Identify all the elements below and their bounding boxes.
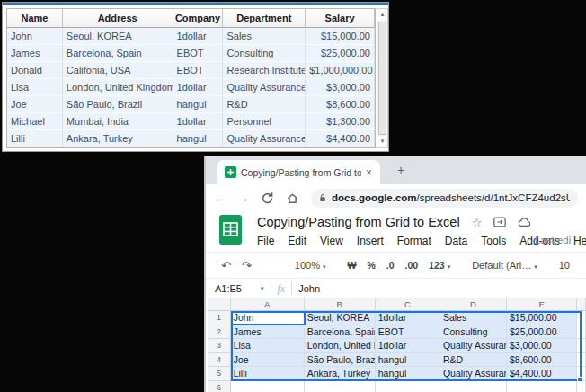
- cell-d5[interactable]: Quality Assurance: [440, 367, 507, 381]
- col-header-d[interactable]: D: [440, 298, 507, 311]
- cell[interactable]: James: [7, 45, 63, 62]
- scrollbar-thumb[interactable]: [378, 22, 386, 135]
- col-header-b[interactable]: B: [305, 298, 376, 311]
- cell[interactable]: Barcelona, Spain: [63, 45, 173, 62]
- cell-a1[interactable]: John: [231, 311, 305, 325]
- cell[interactable]: 1dollar: [173, 28, 224, 45]
- cell[interactable]: Quality Assurance: [223, 79, 306, 96]
- menu-edit[interactable]: Edit: [288, 235, 306, 247]
- cell-a5[interactable]: Lilli: [231, 367, 305, 381]
- cell-e5[interactable]: $4,400.00: [507, 367, 577, 381]
- cell-b2[interactable]: Barcelona, Spain: [305, 325, 376, 340]
- column-header-address[interactable]: Address: [63, 9, 173, 28]
- cell[interactable]: Mumbai, India: [63, 113, 173, 130]
- cell[interactable]: Sales: [223, 147, 306, 148]
- cell-d3[interactable]: Quality Assurance: [440, 339, 507, 353]
- cell-d2[interactable]: Consulting: [440, 325, 507, 340]
- cell[interactable]: Sydney, NSW, Australia: [63, 147, 173, 148]
- menu-data[interactable]: Data: [445, 235, 467, 247]
- cell[interactable]: Joe: [7, 96, 63, 113]
- row-header-6[interactable]: 6: [208, 381, 231, 392]
- cell-b6[interactable]: [305, 381, 376, 392]
- cell[interactable]: Personnel: [223, 113, 306, 130]
- cell[interactable]: $4,400.00: [306, 130, 375, 147]
- cell-e6[interactable]: [507, 381, 577, 392]
- cell[interactable]: $20,000.00: [306, 147, 375, 148]
- cell-a4[interactable]: Joe: [231, 353, 305, 368]
- cell[interactable]: $8,600.00: [306, 96, 375, 113]
- cell-c2[interactable]: EBOT: [376, 325, 440, 340]
- redo-icon[interactable]: ↷: [242, 259, 252, 272]
- grid-corner[interactable]: [208, 298, 231, 311]
- cell[interactable]: Ankara, Turkey: [63, 130, 173, 147]
- cell[interactable]: R&D: [223, 96, 306, 113]
- col-header-c[interactable]: C: [376, 298, 440, 311]
- cell[interactable]: John: [7, 28, 63, 45]
- font-size-select[interactable]: 10: [559, 260, 570, 271]
- row-header-2[interactable]: 2: [208, 325, 231, 340]
- name-box[interactable]: A1:E5: [206, 283, 258, 294]
- cell[interactable]: $1,300.00: [306, 113, 375, 130]
- cell[interactable]: EBOT: [173, 62, 224, 79]
- forward-icon[interactable]: →: [237, 192, 249, 205]
- format-percent-button[interactable]: %: [367, 260, 375, 271]
- cell-b3[interactable]: London, United Kingdom: [305, 339, 376, 353]
- cell[interactable]: Seoul, KOREA: [63, 28, 173, 45]
- decrease-decimals-button[interactable]: .0: [386, 260, 395, 271]
- cell-e3[interactable]: $3,000.00: [507, 339, 577, 353]
- cell[interactable]: Michael: [7, 113, 63, 130]
- row-header-4[interactable]: 4: [208, 353, 231, 368]
- row-header-1[interactable]: 1: [208, 311, 231, 325]
- column-header-company[interactable]: Company: [173, 9, 224, 28]
- cell[interactable]: EBOT: [173, 45, 224, 62]
- row-header-3[interactable]: 3: [208, 339, 231, 353]
- cell[interactable]: $15,000.00: [306, 28, 375, 45]
- cell[interactable]: London, United Kingdom: [63, 79, 173, 96]
- cell-d6[interactable]: [440, 381, 507, 392]
- cell[interactable]: $25,000.00: [306, 45, 375, 62]
- zoom-select[interactable]: 100%▾: [295, 260, 326, 271]
- vertical-scrollbar[interactable]: ▲ ▼: [377, 8, 388, 148]
- cell-b4[interactable]: São Paulo, Brazil: [305, 353, 376, 368]
- cell-e1[interactable]: $15,000.00: [507, 311, 577, 325]
- cell[interactable]: 1dollar: [173, 113, 224, 130]
- cell[interactable]: Lisa: [7, 79, 63, 96]
- cell-d1[interactable]: Sales: [440, 311, 507, 325]
- cell[interactable]: Lilli: [7, 130, 63, 147]
- cell-a2[interactable]: James: [231, 325, 305, 340]
- cell-c4[interactable]: hangul: [376, 353, 440, 368]
- cell-c5[interactable]: hangul: [376, 367, 440, 381]
- cell[interactable]: Donald: [7, 62, 63, 79]
- scroll-up-icon[interactable]: ▲: [377, 9, 387, 21]
- move-to-folder-icon[interactable]: [493, 217, 506, 227]
- cell[interactable]: $3,000.00: [306, 79, 375, 96]
- formula-input[interactable]: John: [298, 283, 320, 294]
- cell[interactable]: Sales: [223, 28, 306, 45]
- cell[interactable]: São Paulo, Brazil: [63, 96, 173, 113]
- cell[interactable]: 1dollar: [173, 79, 224, 96]
- row-header-5[interactable]: 5: [208, 367, 231, 381]
- menu-file[interactable]: File: [257, 235, 274, 247]
- cell-d4[interactable]: R&D: [440, 353, 507, 368]
- cell[interactable]: hangul: [173, 96, 224, 113]
- browser-tab[interactable]: Copying/Pasting from Grid to E ×: [217, 160, 380, 184]
- cell-e2[interactable]: $25,000.00: [507, 325, 577, 340]
- document-title[interactable]: Copying/Pasting from Grid to Excel: [257, 215, 460, 229]
- cloud-status-icon[interactable]: [518, 217, 532, 227]
- fill-handle[interactable]: [577, 377, 582, 382]
- menu-insert[interactable]: Insert: [357, 235, 384, 247]
- font-select[interactable]: Default (Ari…▾: [472, 260, 537, 271]
- menu-tools[interactable]: Tools: [481, 235, 506, 247]
- scroll-down-icon[interactable]: ▼: [377, 136, 387, 147]
- last-edit-link[interactable]: Last edi: [535, 235, 571, 245]
- column-header-name[interactable]: Name: [7, 9, 63, 28]
- menu-help[interactable]: Help: [573, 235, 586, 247]
- column-header-department[interactable]: Department: [223, 9, 306, 28]
- star-icon[interactable]: ☆: [472, 216, 483, 229]
- home-icon[interactable]: [286, 192, 299, 205]
- cell-b1[interactable]: Seoul, KOREA: [305, 311, 376, 325]
- chevron-down-icon[interactable]: ▾: [261, 285, 264, 292]
- menu-view[interactable]: View: [320, 235, 343, 247]
- cell[interactable]: Research Institute: [223, 62, 306, 79]
- new-tab-button[interactable]: +: [393, 163, 409, 177]
